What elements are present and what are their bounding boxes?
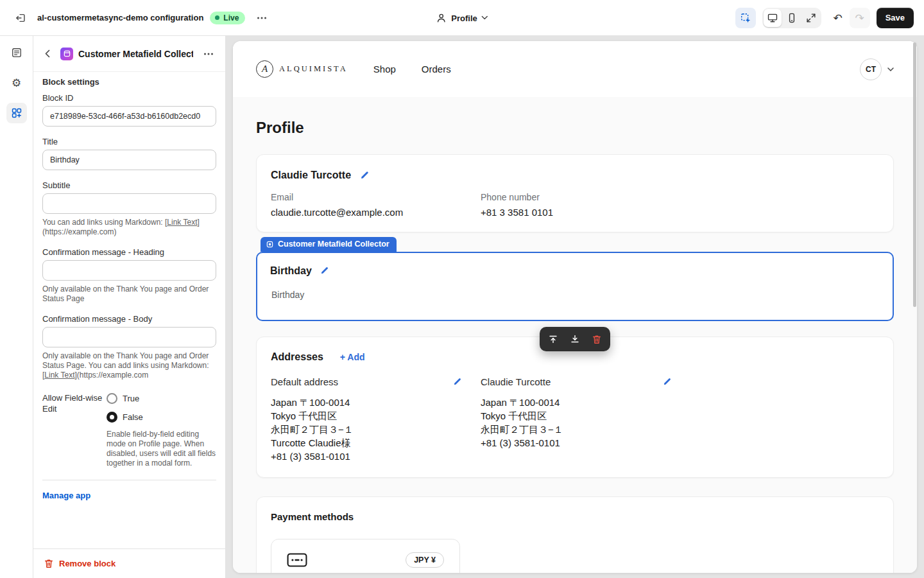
live-badge: Live [210,12,245,24]
confirmation-body-field: Confirmation message - Body Only availab… [42,314,216,380]
add-address-button[interactable]: + Add [340,352,365,362]
page-selector[interactable]: Profile [429,8,494,27]
mobile-preview-button[interactable] [783,9,801,27]
address-title: Claudie Turcotte [481,376,551,387]
nav-link-shop[interactable]: Shop [373,64,396,74]
preview-scrollbar[interactable] [913,42,916,307]
remove-block-label: Remove block [59,559,116,568]
sidebar-divider [42,480,216,480]
topbar-more-button[interactable] [252,8,272,28]
nav-link-orders[interactable]: Orders [422,64,451,74]
remove-block-button[interactable]: Remove block [33,548,225,578]
customer-details: Email claudie.turcotte@example.com Phone… [271,192,879,218]
radio-option-false[interactable]: False [107,409,216,425]
manage-app-link[interactable]: Manage app [42,491,90,500]
account-menu[interactable]: CT [860,58,894,80]
block-id-label: Block ID [42,93,216,103]
sections-nav-button[interactable] [6,42,27,63]
brand-logo[interactable]: A ALQUIMISTA [256,60,348,78]
title-field: Title [42,137,216,170]
address-entry: Default address Japan 〒100-0014 Tokyo 千代… [271,376,481,463]
nav-links: Shop Orders [373,64,451,74]
metafield-block[interactable]: Birthday Birthday [256,252,894,321]
address-line: Japan 〒100-0014 [271,396,463,409]
block-badge[interactable]: Customer Metafield Collector [261,237,397,252]
edit-customer-button[interactable] [358,169,371,182]
payment-method-item[interactable]: JPY ¥ [271,539,460,573]
block-settings-panel: Customer Metafield Collector Block setti… [33,36,226,578]
currency-badge: JPY ¥ [406,552,444,568]
radio-option-true[interactable]: True [107,390,216,406]
sections-icon [11,47,22,58]
block-id-input[interactable] [42,106,216,127]
theme-settings-nav-button[interactable]: ⚙ [6,73,27,93]
address-list: Default address Japan 〒100-0014 Tokyo 千代… [271,376,879,463]
subtitle-input[interactable] [42,193,216,214]
address-title-row: Claudie Turcotte [481,376,673,388]
block-badge-icon [266,241,273,248]
app-icon [60,48,73,60]
configuration-title: al-customermetasync-demo configuration [37,13,203,22]
customer-name: Claudie Turcotte [271,170,351,181]
undo-icon: ↶ [834,12,843,24]
confirmation-heading-label: Confirmation message - Heading [42,247,216,257]
edit-block-button[interactable] [318,265,330,277]
desktop-preview-button[interactable] [764,9,782,27]
sidebar-header: Customer Metafield Collector [33,36,225,72]
address-title-row: Default address [271,376,463,388]
edit-address-button[interactable] [661,376,673,388]
edit-address-button[interactable] [451,376,463,388]
trash-icon [44,558,54,569]
chevron-down-icon [887,67,894,71]
block-more-button[interactable] [198,44,219,64]
confirmation-body-help: Only available on the Thank You page and… [42,351,216,380]
phone-value: +81 3 3581 0101 [481,207,690,218]
block-heading: Birthday [270,265,312,277]
confirmation-body-label: Confirmation message - Body [42,314,216,324]
delete-block-button[interactable] [587,330,606,348]
phone-column: Phone number +81 3 3581 0101 [481,192,690,218]
move-down-button[interactable] [565,330,585,348]
radio-true-control[interactable] [107,393,117,404]
block-heading-row: Birthday [270,265,880,277]
title-input[interactable] [42,150,216,170]
redo-button[interactable]: ↷ [850,8,870,28]
save-button[interactable]: Save [877,8,914,28]
edit-pencil-icon [662,377,672,387]
undo-button[interactable]: ↶ [828,8,848,28]
subtitle-help: You can add links using Markdown: [Link … [42,218,216,237]
main-layout: ⚙ Cu [0,36,924,578]
payment-methods-card: Payment methods JPY ¥ [256,496,894,573]
move-up-button[interactable] [543,330,563,348]
fullscreen-preview-button[interactable] [802,9,820,27]
block-title: Customer Metafield Collector [78,49,193,59]
fullscreen-icon [805,12,817,24]
field-wise-edit-help: Enable field-by-field editing mode on Pr… [107,430,216,468]
radio-false-control[interactable] [107,412,117,423]
addresses-heading: Addresses [271,351,323,363]
back-button[interactable] [40,46,55,62]
subtitle-help-link: Link Text [167,218,197,227]
confirmation-heading-input[interactable] [42,260,216,281]
sidebar-content: Block settings Block ID Title Subtitle Y… [33,72,225,548]
subtitle-label: Subtitle [42,180,216,190]
inspector-button[interactable] [735,8,756,28]
edit-pencil-icon [320,266,329,276]
address-line: +81 (3) 3581-0101 [271,450,463,463]
theme-editor-app: al-customermetasync-demo configuration L… [0,0,924,578]
storefront-body: Profile Claudie Turcotte Email [233,97,917,573]
move-down-icon [569,333,581,345]
field-wise-edit-label: Allow Field-wise Edit [42,390,107,468]
field-wise-edit-setting: Allow Field-wise Edit True False Enable … [42,390,216,468]
topbar-left: al-customermetasync-demo configuration L… [10,8,272,28]
email-label: Email [271,192,481,202]
exit-editor-button[interactable] [10,8,31,28]
confirmation-body-input[interactable] [42,327,216,347]
subtitle-field: Subtitle You can add links using Markdow… [42,180,216,237]
chevron-down-icon [482,16,488,20]
block-field-label: Birthday [271,290,880,300]
avatar: CT [860,58,882,80]
apps-nav-button[interactable] [6,103,27,123]
storefront-nav: A ALQUIMISTA Shop Orders CT [233,41,917,97]
address-line: Turcotte Claudie様 [271,436,463,450]
